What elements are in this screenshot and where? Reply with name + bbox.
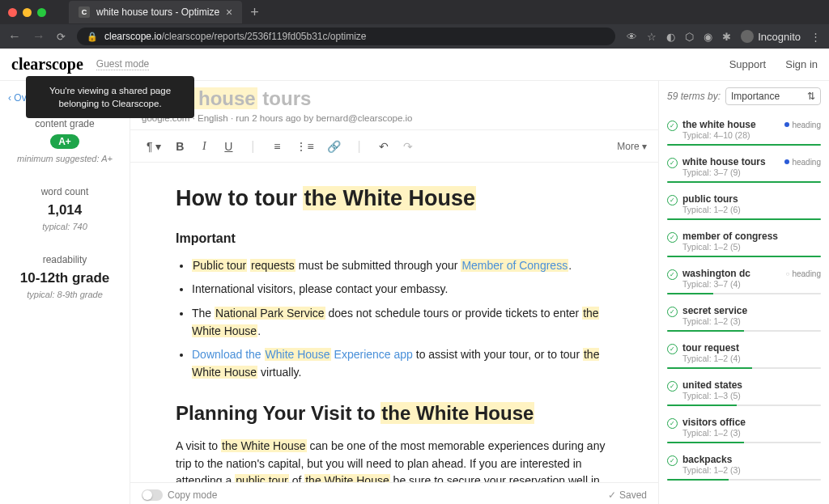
separator: |: [242, 136, 263, 157]
extension-icon[interactable]: ◐: [666, 31, 675, 43]
term-name: public tours: [682, 193, 738, 205]
browser-tab[interactable]: C white house tours - Optimize ×: [69, 1, 242, 23]
term-progress: [667, 404, 821, 406]
editor-footer: Copy mode ✓Saved: [130, 482, 658, 504]
term-name: secret service: [682, 305, 747, 316]
close-window-icon[interactable]: [8, 8, 17, 17]
term-name: united states: [682, 379, 742, 391]
term-typical: Typical: 1–2 (5): [682, 242, 821, 252]
paragraph-style-button[interactable]: ¶ ▾: [142, 137, 166, 156]
term-item[interactable]: ✓ member of congress Typical: 1–2 (5): [667, 225, 821, 260]
check-circle-icon: ✓: [667, 195, 678, 205]
editor-body[interactable]: How to tour the White House Important Pu…: [130, 163, 658, 482]
metric-word-count: word count 1,014 typical: 740: [8, 186, 121, 231]
unordered-list-button[interactable]: ⋮≡: [291, 137, 318, 156]
italic-button[interactable]: I: [193, 137, 215, 156]
underline-button[interactable]: U: [218, 137, 239, 156]
link-button[interactable]: 🔗: [322, 137, 346, 156]
check-icon: ✓: [608, 489, 616, 501]
maximize-window-icon[interactable]: [37, 8, 46, 17]
undo-button[interactable]: ↶: [373, 137, 394, 156]
term-typical: Typical: 3–7 (4): [682, 279, 821, 289]
check-circle-icon: ✓: [667, 455, 678, 466]
incognito-icon: [741, 30, 754, 43]
term-item[interactable]: ✓ visitors office Typical: 1–2 (3): [667, 411, 821, 446]
incognito-badge[interactable]: Incognito: [741, 30, 801, 43]
star-icon[interactable]: ☆: [647, 31, 657, 43]
reload-icon[interactable]: ⟳: [57, 31, 66, 43]
term-progress: [667, 367, 821, 369]
url-path: /clearscope/reports/2536f119fd05b31c/opt…: [162, 31, 367, 42]
term-item[interactable]: ✓ united states Typical: 1–3 (5): [667, 374, 821, 409]
browser-tab-bar: C white house tours - Optimize × +: [0, 0, 829, 24]
tab-close-icon[interactable]: ×: [226, 6, 232, 19]
term-item[interactable]: ✓ secret service Typical: 1–2 (3): [667, 299, 821, 334]
term-item[interactable]: ✓ washington dc heading Typical: 3–7 (4): [667, 262, 821, 297]
term-typical: Typical: 3–7 (9): [682, 167, 821, 177]
metric-value: 1,014: [8, 202, 121, 218]
support-link[interactable]: Support: [729, 58, 767, 70]
term-item[interactable]: ✓ backpacks Typical: 1–2 (3): [667, 448, 821, 483]
toggle-icon[interactable]: [142, 489, 163, 501]
more-button[interactable]: More ▾: [617, 141, 647, 152]
saved-indicator: ✓Saved: [608, 489, 647, 501]
copy-mode-toggle[interactable]: Copy mode: [142, 489, 217, 501]
terms-sort-select[interactable]: Importance⇅: [725, 87, 821, 105]
url-domain: clearscope.io: [104, 31, 162, 42]
metric-readability: readability 10-12th grade typical: 8-9th…: [8, 254, 121, 299]
term-name: backpacks: [682, 454, 732, 465]
traffic-lights: [8, 8, 46, 17]
guest-mode-tooltip: You're viewing a shared page belonging t…: [26, 76, 194, 118]
term-item[interactable]: ✓ the white house heading Typical: 4–10 …: [667, 113, 821, 148]
term-typical: Typical: 1–3 (5): [682, 391, 821, 400]
check-circle-icon: ✓: [667, 158, 678, 168]
metric-label: content grade: [8, 118, 121, 129]
term-item[interactable]: ✓ tour request Typical: 1–2 (4): [667, 337, 821, 371]
term-typical: Typical: 1–2 (3): [682, 465, 821, 475]
eye-off-icon[interactable]: 👁: [627, 31, 637, 43]
term-progress: [667, 256, 821, 257]
term-progress: [667, 479, 821, 481]
ordered-list-button[interactable]: ≡: [266, 137, 287, 156]
term-progress: [667, 218, 821, 220]
term-item[interactable]: ✓ white house tours heading Typical: 3–7…: [667, 150, 821, 185]
term-typical: Typical: 1–2 (3): [682, 428, 821, 438]
logo[interactable]: clearscope: [11, 55, 83, 74]
redo-button[interactable]: ↷: [397, 137, 419, 156]
metric-sub: typical: 740: [8, 222, 121, 231]
check-circle-icon: ✓: [667, 121, 678, 131]
term-tag: heading: [784, 121, 821, 129]
minimize-window-icon[interactable]: [23, 8, 32, 17]
left-sidebar: ‹ Overview content grade A+ minimum sugg…: [0, 81, 130, 504]
term-tag: heading: [784, 158, 821, 167]
check-circle-icon: ✓: [667, 232, 678, 243]
term-name: member of congress: [682, 231, 778, 242]
check-circle-icon: ✓: [667, 307, 678, 317]
back-icon[interactable]: ←: [8, 29, 21, 44]
chevron-updown-icon: ⇅: [807, 91, 815, 102]
editor-column: white house tours google.com · English ·…: [130, 81, 659, 504]
check-circle-icon: ✓: [667, 269, 678, 280]
term-tag: heading: [786, 269, 821, 278]
extension-icon[interactable]: ⬡: [685, 31, 694, 43]
menu-icon[interactable]: ⋮: [810, 31, 821, 43]
check-circle-icon: ✓: [667, 418, 678, 429]
lock-icon: 🔒: [87, 32, 98, 42]
metric-content-grade: content grade A+ minimum suggested: A+: [8, 118, 121, 163]
signin-link[interactable]: Sign in: [785, 58, 818, 70]
grade-badge: A+: [50, 134, 79, 149]
forward-icon[interactable]: →: [32, 29, 45, 44]
term-item[interactable]: ✓ public tours Typical: 1–2 (6): [667, 188, 821, 222]
guest-mode-label[interactable]: Guest mode: [96, 58, 149, 70]
term-typical: Typical: 1–2 (3): [682, 316, 821, 326]
bold-button[interactable]: B: [169, 137, 190, 156]
extension-icon[interactable]: ✱: [722, 31, 731, 43]
term-name: washington dc: [682, 268, 750, 279]
extension-icon[interactable]: ◉: [704, 31, 712, 43]
editor-toolbar: ¶ ▾ B I U | ≡ ⋮≡ 🔗 | ↶ ↷ More ▾: [130, 130, 658, 163]
term-progress: [667, 330, 821, 332]
url-bar[interactable]: 🔒 clearscope.io/clearscope/reports/2536f…: [77, 28, 615, 45]
term-name: tour request: [682, 342, 739, 354]
new-tab-button[interactable]: +: [250, 4, 259, 21]
term-typical: Typical: 1–2 (6): [682, 205, 821, 214]
